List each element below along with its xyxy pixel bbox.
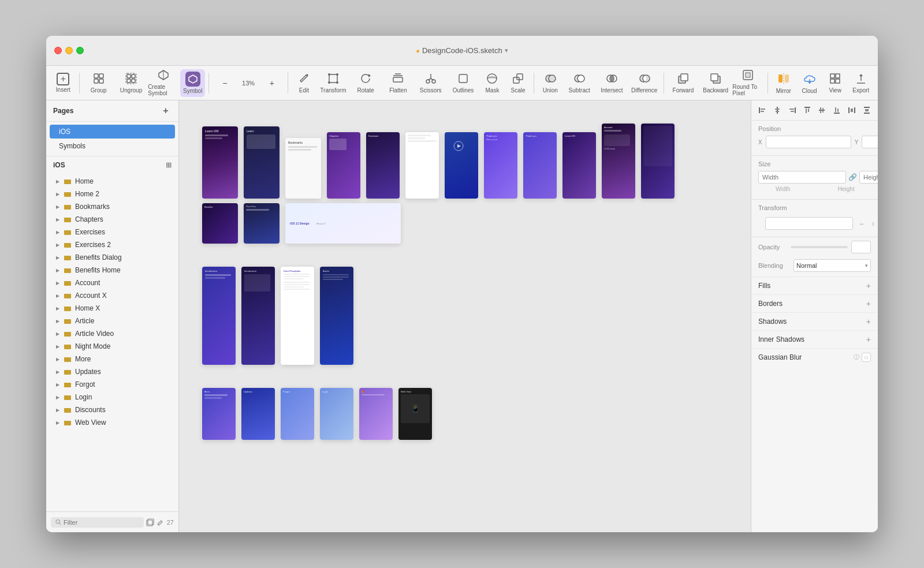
x-input[interactable] bbox=[766, 136, 851, 148]
gaussian-toggle[interactable]: □ bbox=[862, 353, 871, 362]
rotate-button[interactable]: Rotate bbox=[350, 69, 381, 97]
filter-copy-icon[interactable] bbox=[146, 518, 154, 526]
artboard-s3[interactable]: Bookmarks bbox=[285, 138, 321, 199]
scale-button[interactable]: Scale bbox=[506, 69, 531, 97]
opacity-value[interactable] bbox=[851, 241, 871, 253]
transform-button[interactable]: Transform bbox=[318, 69, 349, 97]
inner-shadows-add-button[interactable]: + bbox=[866, 335, 871, 344]
artboard-s11[interactable]: Account 25,000 people bbox=[602, 124, 635, 199]
artboard-s1[interactable]: Learn iOS bbox=[202, 126, 238, 199]
height-input[interactable] bbox=[859, 171, 878, 184]
artboard-s12[interactable] bbox=[641, 124, 675, 199]
export-button[interactable]: Export bbox=[848, 69, 873, 97]
canvas[interactable]: Learn iOS Learn bbox=[179, 100, 751, 532]
layer-item-night-mode[interactable]: ▶ Night Mode bbox=[46, 340, 178, 353]
zoom-level[interactable]: 13% bbox=[239, 69, 259, 97]
layer-item-chapters[interactable]: ▶ Chapters bbox=[46, 213, 178, 226]
zoom-out-button[interactable]: − bbox=[213, 69, 237, 97]
artboard-g3-6[interactable]: Web View 📱 bbox=[398, 388, 432, 440]
create-symbol-button[interactable]: Create Symbol bbox=[148, 69, 179, 97]
artboard-g3-4[interactable]: Login bbox=[320, 388, 353, 440]
view-button[interactable]: View bbox=[823, 69, 848, 97]
layer-item-exercises2[interactable]: ▶ Exercises 2 bbox=[46, 238, 178, 251]
artboard-s9[interactable]: Thank you bbox=[523, 132, 557, 199]
layer-item-exercises[interactable]: ▶ Exercises bbox=[46, 226, 178, 238]
layer-item-updates[interactable]: ▶ Updates bbox=[46, 365, 178, 378]
artboard-g3-2[interactable]: Updates bbox=[241, 388, 275, 440]
inner-shadows-row[interactable]: Inner Shadows + bbox=[751, 330, 878, 348]
align-right-button[interactable] bbox=[786, 104, 799, 117]
mask-button[interactable]: Mask bbox=[480, 69, 505, 97]
backward-button[interactable]: Backward bbox=[700, 69, 731, 97]
gaussian-blur-row[interactable]: Gaussian Blur ⓘ □ bbox=[751, 348, 878, 366]
shadows-add-button[interactable]: + bbox=[866, 317, 871, 326]
artboard-benefits-1[interactable]: Benefits bbox=[202, 203, 238, 244]
cloud-button[interactable]: Cloud bbox=[797, 69, 822, 97]
symbol-button[interactable]: Symbol bbox=[180, 69, 205, 97]
layer-item-article[interactable]: ▶ Article bbox=[46, 315, 178, 327]
edit-button[interactable]: Edit bbox=[292, 69, 316, 97]
page-item-ios[interactable]: iOS bbox=[50, 125, 175, 139]
artboard-benefits-2[interactable]: Phone Plans bbox=[244, 203, 280, 244]
artboard-g3-5[interactable]: 🎁 bbox=[359, 388, 393, 440]
distribute-v-button[interactable] bbox=[860, 104, 873, 117]
layer-item-home[interactable]: ▶ Home bbox=[46, 175, 178, 188]
layers-options-button[interactable]: ⊞ bbox=[166, 161, 172, 169]
pages-add-button[interactable]: + bbox=[160, 105, 172, 117]
align-top-button[interactable] bbox=[801, 104, 814, 117]
maximize-button[interactable] bbox=[76, 47, 84, 54]
layer-item-account-x[interactable]: ▶ Account X bbox=[46, 289, 178, 302]
distribute-h-button[interactable] bbox=[845, 104, 858, 117]
subtract-button[interactable]: Subtract bbox=[564, 69, 595, 97]
align-left-button[interactable] bbox=[756, 104, 769, 117]
flip-h-button[interactable]: ↔ bbox=[856, 218, 867, 229]
borders-add-button[interactable]: + bbox=[866, 299, 871, 308]
y-input[interactable] bbox=[862, 136, 878, 148]
round-to-pixel-button[interactable]: Round To Pixel bbox=[732, 69, 763, 97]
layer-item-benefits-home[interactable]: ▶ Benefits Home bbox=[46, 264, 178, 276]
insert-button[interactable]: + Insert bbox=[51, 69, 76, 97]
mirror-button[interactable]: Mirror bbox=[772, 69, 796, 97]
minimize-button[interactable] bbox=[65, 47, 73, 54]
artboard-s4[interactable]: Chapters bbox=[327, 132, 360, 199]
layer-item-bookmarks[interactable]: ▶ Bookmarks bbox=[46, 200, 178, 213]
page-item-symbols[interactable]: Symbols bbox=[50, 139, 175, 153]
layer-item-forgot[interactable]: ▶ Forgot bbox=[46, 378, 178, 391]
difference-button[interactable]: Difference bbox=[629, 69, 660, 97]
layer-item-home2[interactable]: ▶ Home 2 bbox=[46, 188, 178, 200]
artboard-wide[interactable]: iOS 11 Design iPhone X bbox=[285, 203, 401, 244]
align-center-v-button[interactable] bbox=[771, 104, 784, 117]
artboard-s2[interactable]: Learn bbox=[244, 126, 280, 199]
artboard-s6[interactable] bbox=[405, 132, 439, 199]
filter-input[interactable] bbox=[64, 519, 139, 526]
layer-item-article-video[interactable]: ▶ Article Video bbox=[46, 327, 178, 340]
layer-item-more[interactable]: ▶ More bbox=[46, 353, 178, 365]
shadows-row[interactable]: Shadows + bbox=[751, 312, 878, 330]
artboard-g3-1[interactable]: More bbox=[202, 388, 236, 440]
artboard-g2-2[interactable]: Introduction bbox=[241, 267, 275, 365]
align-center-h-button[interactable] bbox=[816, 104, 829, 117]
close-button[interactable] bbox=[54, 47, 62, 54]
opacity-slider[interactable] bbox=[791, 246, 848, 248]
align-bottom-button[interactable] bbox=[830, 104, 843, 117]
filter-edit-icon[interactable] bbox=[157, 518, 165, 526]
layer-item-account[interactable]: ▶ Account bbox=[46, 276, 178, 289]
artboard-g3-3[interactable]: Forgot bbox=[281, 388, 314, 440]
rotate-input[interactable] bbox=[765, 217, 853, 230]
artboard-g2-4[interactable]: Article bbox=[320, 267, 353, 365]
fills-row[interactable]: Fills + bbox=[751, 276, 878, 294]
flip-v-button[interactable]: ↕ bbox=[868, 218, 878, 229]
layer-item-home-x[interactable]: ▶ Home X bbox=[46, 302, 178, 315]
union-button[interactable]: Union bbox=[538, 69, 562, 97]
width-input[interactable] bbox=[758, 171, 846, 184]
layer-item-login[interactable]: ▶ Login bbox=[46, 391, 178, 403]
layer-item-webview[interactable]: ▶ Web View bbox=[46, 416, 178, 429]
fills-add-button[interactable]: + bbox=[866, 281, 871, 290]
layer-item-benefits-dialog[interactable]: ▶ Benefits Dialog bbox=[46, 251, 178, 264]
artboard-s8[interactable]: Thank you Where you are bbox=[484, 132, 517, 199]
outlines-button[interactable]: Outlines bbox=[448, 69, 479, 97]
artboard-g2-3[interactable]: Core Principles bbox=[281, 267, 314, 365]
zoom-in-button[interactable]: + bbox=[260, 69, 285, 97]
blending-select[interactable]: Normal ▾ bbox=[793, 259, 871, 272]
ungroup-button[interactable]: Ungroup bbox=[116, 69, 147, 97]
